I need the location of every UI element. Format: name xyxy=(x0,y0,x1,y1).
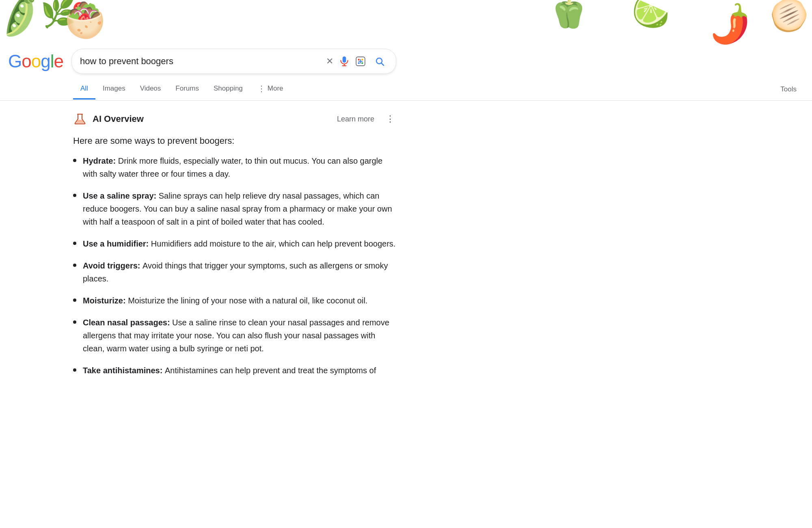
tab-forums[interactable]: Forums xyxy=(168,79,206,100)
logo-g1: G xyxy=(8,51,22,71)
search-icon xyxy=(375,56,384,66)
logo-g2: g xyxy=(41,51,50,71)
search-icons: ✕ xyxy=(326,53,388,69)
search-box-container: ✕ xyxy=(71,49,396,74)
list-item-text: Take antihistamines: Antihistamines can … xyxy=(83,364,376,377)
svg-line-6 xyxy=(381,63,384,66)
bullet-icon xyxy=(73,299,76,302)
list-item: Use a saline spray: Saline sprays can he… xyxy=(73,189,398,228)
ai-overview-header: AI Overview Learn more ⋮ xyxy=(73,112,398,126)
bullet-icon xyxy=(73,159,76,162)
list-item: Hydrate: Drink more fluids, especially w… xyxy=(73,154,398,180)
bullet-icon xyxy=(73,242,76,245)
tab-images[interactable]: Images xyxy=(95,79,133,100)
main-content: AI Overview Learn more ⋮ Here are some w… xyxy=(0,101,406,394)
bullet-icon xyxy=(73,194,76,197)
list-item: Use a humidifier: Humidifiers add moistu… xyxy=(73,237,398,250)
list-item-text: Moisturize: Moisturize the lining of you… xyxy=(83,294,367,307)
list-item-text: Use a humidifier: Humidifiers add moistu… xyxy=(83,237,395,250)
flask-icon xyxy=(73,112,87,126)
list-item-text: Hydrate: Drink more fluids, especially w… xyxy=(83,154,398,180)
search-submit-button[interactable] xyxy=(371,53,388,69)
tab-shopping[interactable]: Shopping xyxy=(206,79,250,100)
google-logo: Google xyxy=(8,51,63,71)
tools-button[interactable]: Tools xyxy=(773,80,804,99)
svg-point-2 xyxy=(361,59,363,61)
ai-overview-actions: Learn more ⋮ xyxy=(333,112,398,126)
svg-point-4 xyxy=(358,62,359,64)
ai-intro-text: Here are some ways to prevent boogers: xyxy=(73,136,398,146)
list-item-text: Avoid triggers: Avoid things that trigge… xyxy=(83,259,398,285)
svg-point-1 xyxy=(358,59,359,61)
ai-list: Hydrate: Drink more fluids, especially w… xyxy=(73,154,398,377)
svg-rect-7 xyxy=(77,114,83,115)
search-row: Google ✕ xyxy=(0,45,812,78)
list-item: Clean nasal passages: Use a saline rinse… xyxy=(73,316,398,355)
list-item: Moisturize: Moisturize the lining of you… xyxy=(73,294,398,307)
logo-e: e xyxy=(54,51,63,71)
logo-l: l xyxy=(50,51,54,71)
clear-button[interactable]: ✕ xyxy=(326,56,333,67)
tab-videos[interactable]: Videos xyxy=(133,79,168,100)
bullet-icon xyxy=(73,368,76,372)
microphone-icon xyxy=(339,56,350,67)
logo-o2: o xyxy=(31,51,41,71)
nav-tabs: All Images Videos Forums Shopping ⋮ More… xyxy=(0,78,812,101)
more-options-button[interactable]: ⋮ xyxy=(382,112,398,126)
more-dots-icon: ⋮ xyxy=(257,84,266,93)
list-item-text: Use a saline spray: Saline sprays can he… xyxy=(83,189,398,228)
search-input[interactable] xyxy=(80,56,322,67)
list-item-text: Clean nasal passages: Use a saline rinse… xyxy=(83,316,398,355)
lens-icon xyxy=(355,56,366,67)
svg-point-3 xyxy=(361,62,363,64)
ai-overview-title: AI Overview xyxy=(73,112,144,126)
tab-more[interactable]: ⋮ More xyxy=(250,78,291,100)
list-item: Take antihistamines: Antihistamines can … xyxy=(73,364,398,377)
bullet-icon xyxy=(73,264,76,267)
logo-o1: o xyxy=(22,51,31,71)
learn-more-button[interactable]: Learn more xyxy=(333,113,378,126)
tab-all[interactable]: All xyxy=(73,79,95,100)
list-item: Avoid triggers: Avoid things that trigge… xyxy=(73,259,398,285)
voice-search-button[interactable] xyxy=(339,56,350,67)
bullet-icon xyxy=(73,320,76,324)
ai-overview-label: AI Overview xyxy=(93,114,144,124)
doodle-bar: 🫛 🌿 🥙 🫑 🍋‍🟩 🌶️ 🫓 xyxy=(0,0,812,45)
lens-button[interactable] xyxy=(355,56,366,67)
